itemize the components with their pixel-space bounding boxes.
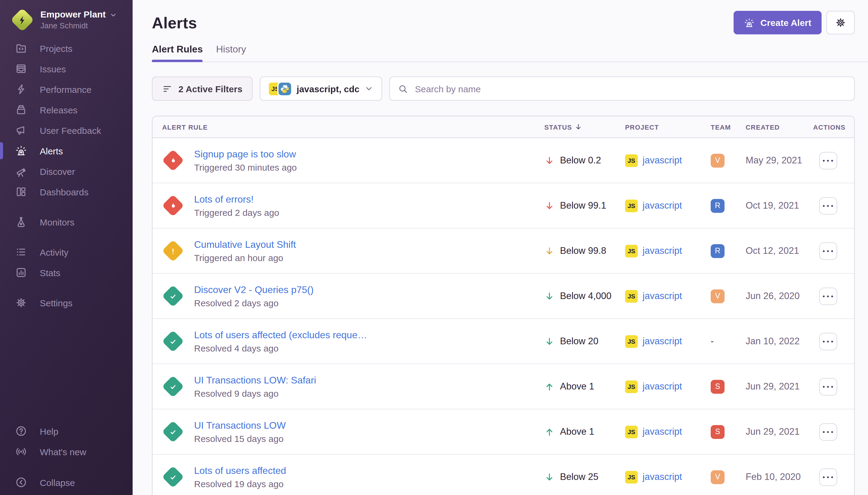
search-input[interactable] <box>414 83 846 95</box>
org-name: Empower Plant <box>40 10 106 20</box>
siren-icon <box>744 17 754 28</box>
sidebar-item-projects[interactable]: Projects <box>0 38 133 58</box>
project-filter-dropdown[interactable]: JS javascript, cdc <box>260 76 382 101</box>
status-cell: Below 99.8 <box>544 245 625 256</box>
ellipsis-icon <box>822 427 834 436</box>
org-switcher[interactable]: Empower Plant Jane Schmidt <box>0 0 133 31</box>
javascript-platform-icon: JS <box>625 471 638 483</box>
team-avatar: S <box>711 379 725 393</box>
project-link[interactable]: javascript <box>643 155 682 166</box>
alert-rule-link[interactable]: Lots of errors! <box>194 193 279 205</box>
alert-rule-subtext: Resolved 4 days ago <box>194 343 367 353</box>
alert-rule-link[interactable]: Signup page is too slow <box>194 148 297 160</box>
alert-settings-button[interactable] <box>827 11 855 34</box>
tab-history[interactable]: History <box>216 44 246 62</box>
sidebar-item-issues[interactable]: Issues <box>0 58 133 79</box>
alert-rule-link[interactable]: Lots of users affected <box>194 465 286 476</box>
column-header-actions[interactable]: Actions <box>813 123 854 131</box>
row-actions-button[interactable] <box>819 332 837 350</box>
project-cell: JS javascript <box>625 335 711 347</box>
sidebar-item-discover[interactable]: Discover <box>0 161 133 182</box>
sidebar-item-alerts[interactable]: Alerts <box>0 140 133 161</box>
sidebar-item-help[interactable]: Help <box>0 421 133 441</box>
alert-rule-link[interactable]: UI Transactions LOW: Safari <box>194 374 316 386</box>
status-cell: Above 1 <box>544 426 625 437</box>
alert-rule-subtext: Triggered 30 minutes ago <box>194 162 297 172</box>
alert-rule-subtext: Resolved 2 days ago <box>194 298 314 308</box>
team-avatar: V <box>711 470 725 484</box>
sidebar-item-monitors[interactable]: Monitors <box>0 211 133 232</box>
project-link[interactable]: javascript <box>643 291 682 302</box>
ellipsis-icon <box>822 201 834 210</box>
check-icon <box>161 285 184 307</box>
ellipsis-icon <box>822 291 834 301</box>
column-header-project[interactable]: Project <box>625 123 711 131</box>
sidebar-collapse-button[interactable]: Collapse <box>0 472 133 493</box>
project-link[interactable]: javascript <box>643 381 682 392</box>
empower-plant-logo-icon <box>10 8 34 32</box>
status-value: Below 0.2 <box>560 155 601 166</box>
sidebar-item-releases[interactable]: Releases <box>0 100 133 120</box>
project-link[interactable]: javascript <box>643 472 682 482</box>
discover-icon <box>15 165 27 177</box>
team-cell: R <box>711 199 746 212</box>
status-value: Below 4,000 <box>560 291 611 302</box>
project-link[interactable]: javascript <box>643 426 682 437</box>
create-alert-button[interactable]: Create Alert <box>733 11 821 34</box>
help-icon <box>15 425 27 437</box>
sidebar-item-stats[interactable]: Stats <box>0 262 133 283</box>
team-cell: V <box>711 153 746 167</box>
trend-up-arrow-icon <box>544 381 555 392</box>
settings-icon <box>15 297 27 309</box>
alerts-icon <box>15 145 27 157</box>
row-actions-button[interactable] <box>819 242 837 259</box>
trend-down-arrow-icon <box>544 472 555 482</box>
column-header-created[interactable]: Created <box>746 123 813 131</box>
trend-up-arrow-icon <box>544 427 555 437</box>
alert-rule-link[interactable]: Lots of users affected (excludes reque… <box>194 329 367 341</box>
project-link[interactable]: javascript <box>643 336 682 347</box>
status-cell: Below 4,000 <box>544 291 625 302</box>
team-avatar: R <box>711 199 725 212</box>
flame-icon <box>161 194 184 217</box>
row-actions-button[interactable] <box>819 468 837 486</box>
team-cell: - <box>711 336 746 347</box>
javascript-platform-icon: JS <box>625 199 638 212</box>
javascript-platform-icon: JS <box>625 244 638 257</box>
sidebar-item-what-s-new[interactable]: What's new <box>0 441 133 462</box>
column-header-team[interactable]: Team <box>711 123 746 131</box>
sidebar-item-settings[interactable]: Settings <box>0 292 133 313</box>
column-header-status[interactable]: Status <box>544 123 625 131</box>
active-filters-button[interactable]: 2 Active Filters <box>152 76 253 101</box>
column-header-alert-rule[interactable]: Alert Rule <box>153 123 544 131</box>
project-link[interactable]: javascript <box>643 245 682 256</box>
alert-rule-link[interactable]: UI Transactions LOW <box>194 420 286 431</box>
tab-alert-rules[interactable]: Alert Rules <box>152 44 203 62</box>
row-actions-button[interactable] <box>819 197 837 214</box>
filter-icon <box>162 84 172 94</box>
created-date: Jan 10, 2022 <box>746 336 813 347</box>
sidebar-item-performance[interactable]: Performance <box>0 79 133 100</box>
row-actions-button[interactable] <box>819 287 837 305</box>
project-cell: JS javascript <box>625 471 711 483</box>
row-actions-button[interactable] <box>819 152 837 169</box>
sidebar-nav: Projects Issues Performance Releases Use… <box>0 38 133 313</box>
status-cell: Below 0.2 <box>544 155 625 166</box>
project-link[interactable]: javascript <box>643 200 682 211</box>
table-row: UI Transactions LOW Resolved 15 days ago… <box>153 409 854 455</box>
sidebar-item-user-feedback[interactable]: User Feedback <box>0 120 133 140</box>
team-cell: S <box>711 425 746 439</box>
sidebar-item-activity[interactable]: Activity <box>0 242 133 262</box>
sidebar-item-dashboards[interactable]: Dashboards <box>0 182 133 202</box>
org-logo <box>12 9 33 31</box>
alert-rule-link[interactable]: Cumulative Layout Shift <box>194 239 296 250</box>
row-actions-button[interactable] <box>819 423 837 441</box>
team-avatar: V <box>711 153 725 167</box>
table-row: Lots of users affected Resolved 19 days … <box>153 455 854 495</box>
alert-rule-link[interactable]: Discover V2 - Queries p75() <box>194 284 314 295</box>
activity-icon <box>15 246 27 258</box>
table-row: Signup page is too slow Triggered 30 min… <box>153 138 854 183</box>
performance-icon <box>15 83 27 95</box>
javascript-platform-icon: JS <box>625 335 638 347</box>
row-actions-button[interactable] <box>819 378 837 395</box>
